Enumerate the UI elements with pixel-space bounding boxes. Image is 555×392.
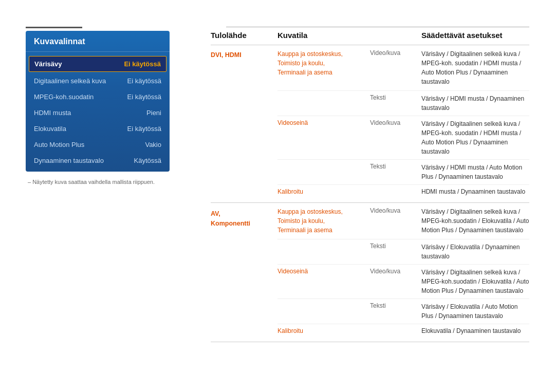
- signal-teksti-4: Teksti: [370, 299, 421, 324]
- col-header-tulolahde: Tulolähde: [211, 31, 278, 40]
- kuvatila-videoseina-2: Videoseinä: [278, 265, 370, 299]
- menu-items: Värisävy Ei käytössä Digitaalinen selkeä…: [26, 52, 170, 172]
- kuvatila-empty-3: [278, 239, 370, 265]
- menu-item-label: Auto Motion Plus: [34, 141, 84, 148]
- menu-item-value: Ei käytössä: [124, 60, 161, 68]
- menu-item-value: Ei käytössä: [127, 77, 161, 85]
- top-decorative-line: [26, 27, 82, 28]
- table-body: DVI, HDMI Kauppa ja ostoskeskus,Toimisto…: [211, 45, 529, 342]
- kuvatila-videoseina-1: Videoseinä: [278, 116, 370, 160]
- signal-video-1: Video/kuva: [370, 49, 421, 91]
- kalibroitu-settings-1: HDMI musta / Dynaaminen taustavalo: [421, 185, 529, 198]
- settings-3a: Värisävy / Digitaalinen selkeä kuva / MP…: [421, 207, 529, 239]
- menu-item-dynaaminen[interactable]: Dynaaminen taustavalo Käytössä: [26, 153, 170, 169]
- settings-2a: Värisävy / Digitaalinen selkeä kuva / MP…: [421, 116, 529, 160]
- menu-item-label: Elokuvatila: [34, 125, 66, 133]
- right-top-rule: [226, 27, 529, 27]
- menu-item-value: Käytössä: [134, 157, 161, 164]
- signal-video-2: Video/kuva: [370, 116, 421, 160]
- settings-4a: Värisävy / Digitaalinen selkeä kuva / MP…: [421, 265, 529, 299]
- kalibroitu-signal-1: [370, 185, 421, 198]
- menu-item-value: Ei käytössä: [127, 125, 161, 133]
- kalibroitu-settings-2: Elokuvatila / Dynaaminen taustavalo: [421, 324, 529, 338]
- settings-4b: Värisävy / Elokuvatila / Auto Motion Plu…: [421, 299, 529, 324]
- menu-item-hdmi-musta[interactable]: HDMI musta Pieni: [26, 105, 170, 121]
- menu-item-label: HDMI musta: [34, 109, 71, 117]
- menu-title: Kuvavalinnat: [26, 31, 170, 52]
- kalibroitu-label-2: Kalibroitu: [278, 324, 370, 338]
- menu-item-label: Digitaalinen selkeä kuva: [34, 77, 106, 85]
- kuvatila-empty-4: [278, 299, 370, 324]
- menu-item-auto-motion[interactable]: Auto Motion Plus Vakio: [26, 137, 170, 153]
- menu-item-label: MPEG-koh.suodatin: [34, 93, 94, 101]
- kuvatila-empty-1: [278, 91, 370, 116]
- signal-video-4: Video/kuva: [370, 265, 421, 299]
- kuvatila-kauppa-2: Kauppa ja ostoskeskus,Toimisto ja koulu,…: [278, 207, 370, 239]
- menu-item-mpeg[interactable]: MPEG-koh.suodatin Ei käytössä: [26, 89, 170, 105]
- footnote: – Näytetty kuva saattaa vaihdella mallis…: [26, 179, 180, 185]
- kalibroitu-signal-2: [370, 324, 421, 338]
- settings-3b: Värisävy / Elokuvatila / Dynaaminen taus…: [421, 239, 529, 265]
- kalibroitu-label-1: Kalibroitu: [278, 185, 370, 198]
- table-header: Tulolähde Kuvatila Säädettävät asetukset: [211, 31, 529, 45]
- signal-teksti-3: Teksti: [370, 239, 421, 265]
- menu-item-elokuvatila[interactable]: Elokuvatila Ei käytössä: [26, 121, 170, 137]
- settings-1a: Värisävy / Digitaalinen selkeä kuva / MP…: [421, 49, 529, 91]
- menu-item-label: Värisävy: [34, 60, 62, 68]
- menu-item-value: Vakio: [145, 141, 161, 148]
- source-dvi-hdmi: DVI, HDMI: [211, 49, 278, 91]
- signal-teksti-1: Teksti: [370, 91, 421, 116]
- col-header-kuvatila: Kuvatila: [278, 31, 370, 40]
- kuvatila-kauppa-1: Kauppa ja ostoskeskus,Toimisto ja koulu,…: [278, 49, 370, 91]
- col-header-3: [370, 31, 421, 40]
- left-panel: Kuvavalinnat Värisävy Ei käytössä Digita…: [26, 31, 180, 342]
- menu-item-value: Ei käytössä: [127, 93, 161, 101]
- section-av-komponentti: AV,Komponentti Kauppa ja ostoskeskus,Toi…: [211, 203, 529, 342]
- signal-teksti-2: Teksti: [370, 160, 421, 185]
- menu-item-varisavy[interactable]: Värisävy Ei käytössä: [29, 56, 166, 72]
- section-dvi-hdmi: DVI, HDMI Kauppa ja ostoskeskus,Toimisto…: [211, 45, 529, 203]
- menu-item-label: Dynaaminen taustavalo: [34, 157, 104, 164]
- signal-video-3: Video/kuva: [370, 207, 421, 239]
- right-panel: Tulolähde Kuvatila Säädettävät asetukset…: [211, 31, 529, 342]
- kuvatila-empty-2: [278, 160, 370, 185]
- col-header-saadettavat: Säädettävät asetukset: [421, 31, 529, 40]
- settings-1b: Värisävy / HDMI musta / Dynaaminen taust…: [421, 91, 529, 116]
- menu-item-digitaalinen[interactable]: Digitaalinen selkeä kuva Ei käytössä: [26, 73, 170, 89]
- source-av: AV,Komponentti: [211, 207, 278, 239]
- settings-2b: Värisävy / HDMI musta / Auto Motion Plus…: [421, 160, 529, 185]
- menu-box: Kuvavalinnat Värisävy Ei käytössä Digita…: [26, 31, 170, 172]
- menu-item-value: Pieni: [146, 109, 161, 117]
